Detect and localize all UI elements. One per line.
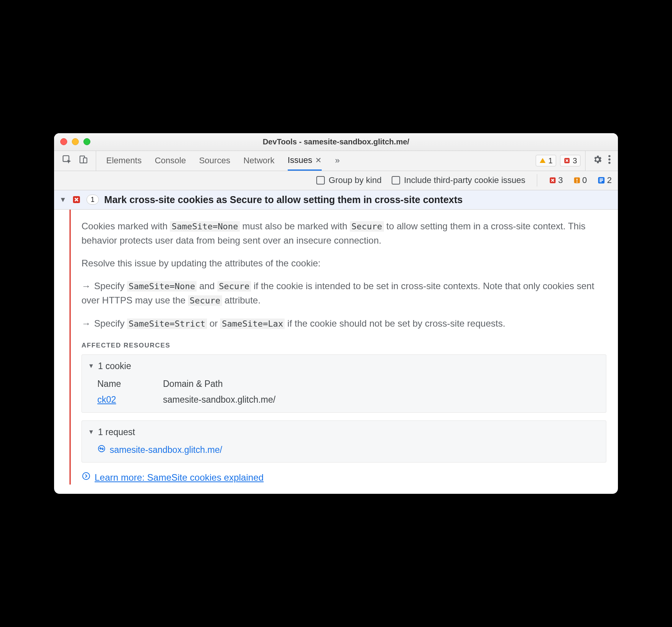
cookie-panel-header[interactable]: ▼ 1 cookie bbox=[88, 359, 600, 373]
issue-header-row[interactable]: ▼ 1 Mark cross-site cookies as Secure to… bbox=[54, 190, 618, 210]
severity-indicator bbox=[70, 210, 71, 485]
svg-rect-2 bbox=[83, 158, 87, 163]
svg-point-4 bbox=[608, 155, 610, 157]
affected-requests-panel: ▼ 1 request samesite-sandbox.glitch.me/ bbox=[81, 420, 606, 463]
expand-caret-icon: ▼ bbox=[88, 361, 94, 371]
more-options-icon[interactable] bbox=[608, 154, 611, 167]
issue-count-badge: 1 bbox=[87, 195, 99, 205]
inspect-element-icon[interactable] bbox=[62, 154, 72, 167]
cookie-domain: samesite-sandbox.glitch.me/ bbox=[163, 393, 600, 407]
issue-description-2: Resolve this issue by updating the attri… bbox=[81, 256, 606, 270]
errors-badge[interactable]: 3 bbox=[560, 155, 580, 166]
svg-point-5 bbox=[608, 158, 610, 160]
network-icon bbox=[97, 443, 106, 457]
expand-caret-icon: ▼ bbox=[88, 427, 94, 437]
svg-point-6 bbox=[608, 162, 610, 164]
svg-point-9 bbox=[576, 181, 577, 183]
device-toolbar-icon[interactable] bbox=[79, 154, 88, 167]
error-icon bbox=[72, 195, 81, 204]
divider bbox=[537, 174, 537, 186]
tab-sources[interactable]: Sources bbox=[199, 151, 230, 171]
request-panel-header[interactable]: ▼ 1 request bbox=[88, 425, 600, 439]
warnings-badge[interactable]: 1 bbox=[536, 155, 556, 166]
include-thirdparty-checkbox[interactable]: Include third-party cookie issues bbox=[392, 175, 525, 185]
resolution-item-2: → Specify SameSite=Strict or SameSite=La… bbox=[81, 316, 606, 330]
warnings-count: 1 bbox=[548, 156, 553, 165]
arrow-circle-icon bbox=[81, 470, 91, 485]
affected-resources-heading: AFFECTED RESOURCES bbox=[81, 341, 606, 351]
learn-more-row: Learn more: SameSite cookies explained bbox=[81, 470, 606, 485]
errors-count: 3 bbox=[573, 156, 577, 165]
code-snippet: SameSite=Lax bbox=[220, 319, 285, 329]
window-controls bbox=[60, 138, 90, 145]
svg-point-13 bbox=[83, 473, 90, 480]
tab-issues[interactable]: Issues ✕ bbox=[288, 151, 322, 171]
resolution-item-1: → Specify SameSite=None and Secure if th… bbox=[81, 279, 606, 307]
issue-title: Mark cross-site cookies as Secure to all… bbox=[104, 194, 463, 205]
group-by-kind-checkbox[interactable]: Group by kind bbox=[316, 175, 382, 185]
tab-console[interactable]: Console bbox=[155, 151, 186, 171]
error-counter[interactable]: 3 bbox=[549, 175, 563, 185]
settings-icon[interactable] bbox=[592, 154, 602, 167]
tab-elements[interactable]: Elements bbox=[106, 151, 142, 171]
request-link[interactable]: samesite-sandbox.glitch.me/ bbox=[110, 443, 222, 457]
warning-counter[interactable]: 0 bbox=[573, 175, 587, 185]
more-tabs-icon[interactable]: » bbox=[335, 156, 339, 166]
code-snippet: Secure bbox=[188, 295, 222, 306]
learn-more-link[interactable]: Learn more: SameSite cookies explained bbox=[95, 470, 264, 485]
checkbox-icon bbox=[316, 176, 325, 185]
devtools-tabbar: Elements Console Sources Network Issues … bbox=[54, 151, 618, 171]
devtools-window: DevTools - samesite-sandbox.glitch.me/ E… bbox=[54, 133, 618, 494]
issues-filter-bar: Group by kind Include third-party cookie… bbox=[54, 171, 618, 190]
close-tab-icon[interactable]: ✕ bbox=[315, 156, 322, 165]
window-title: DevTools - samesite-sandbox.glitch.me/ bbox=[54, 137, 618, 146]
fullscreen-window-button[interactable] bbox=[83, 138, 90, 145]
minimize-window-button[interactable] bbox=[72, 138, 79, 145]
code-snippet: Secure bbox=[217, 281, 251, 291]
code-snippet: SameSite=None bbox=[127, 281, 197, 291]
code-snippet: SameSite=None bbox=[170, 221, 239, 232]
affected-cookies-panel: ▼ 1 cookie Name Domain & Path ck02 sames… bbox=[81, 354, 606, 413]
code-snippet: Secure bbox=[350, 221, 384, 232]
checkbox-icon bbox=[392, 176, 400, 185]
expand-caret-icon: ▼ bbox=[59, 196, 66, 204]
tab-network[interactable]: Network bbox=[243, 151, 275, 171]
col-domain: Domain & Path bbox=[163, 377, 600, 391]
close-window-button[interactable] bbox=[60, 138, 67, 145]
issue-description-1: Cookies marked with SameSite=None must a… bbox=[81, 219, 606, 247]
titlebar: DevTools - samesite-sandbox.glitch.me/ bbox=[54, 133, 618, 151]
cookie-name-link[interactable]: ck02 bbox=[97, 395, 116, 405]
code-snippet: SameSite=Strict bbox=[127, 319, 207, 329]
col-name: Name bbox=[97, 377, 151, 391]
issue-body: Cookies marked with SameSite=None must a… bbox=[54, 210, 618, 494]
info-counter[interactable]: 2 bbox=[597, 175, 612, 185]
